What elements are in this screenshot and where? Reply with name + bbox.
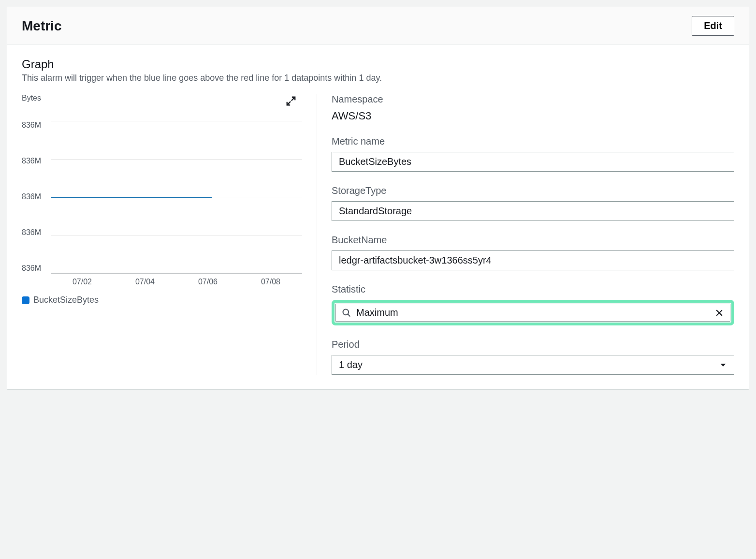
panel-body: Graph This alarm will trigger when the b… <box>7 45 749 389</box>
edit-button[interactable]: Edit <box>692 16 734 36</box>
statistic-combobox[interactable] <box>335 304 730 322</box>
graph-description: This alarm will trigger when the blue li… <box>22 73 734 83</box>
x-axis-ticks: 07/02 07/04 07/06 07/08 <box>51 278 302 286</box>
chevron-down-icon <box>719 361 727 369</box>
series-line <box>51 197 212 198</box>
plot-area <box>51 121 302 273</box>
metric-chart: 836M 836M 836M 836M 836M <box>22 107 302 286</box>
legend-swatch <box>22 296 29 304</box>
y-tick: 836M <box>22 121 48 130</box>
period-value: 1 day <box>339 359 363 370</box>
details-column: Namespace AWS/S3 Metric name BucketSizeB… <box>317 94 734 375</box>
storage-type-input[interactable]: StandardStorage <box>332 201 734 221</box>
period-select[interactable]: 1 day <box>332 355 734 375</box>
metric-name-input[interactable]: BucketSizeBytes <box>332 152 734 172</box>
namespace-label: Namespace <box>332 94 734 105</box>
chart-y-axis-label: Bytes <box>22 94 41 103</box>
clear-icon[interactable] <box>714 308 724 318</box>
y-tick: 836M <box>22 157 48 165</box>
namespace-value: AWS/S3 <box>332 110 734 122</box>
chart-legend: BucketSizeBytes <box>22 295 302 305</box>
panel-header: Metric Edit <box>7 7 749 45</box>
statistic-highlight <box>332 300 734 325</box>
y-tick: 836M <box>22 228 48 237</box>
statistic-label: Statistic <box>332 284 734 295</box>
storage-type-label: StorageType <box>332 185 734 196</box>
graph-column: Bytes 836M 836M 836M 836M <box>22 94 317 375</box>
x-tick: 07/02 <box>73 278 92 286</box>
expand-icon[interactable] <box>286 96 296 106</box>
statistic-input[interactable] <box>356 307 710 318</box>
metric-panel: Metric Edit Graph This alarm will trigge… <box>7 7 749 390</box>
bucket-name-input[interactable]: ledgr-artifactsbucket-3w1366ss5yr4 <box>332 250 734 270</box>
y-axis-ticks: 836M 836M 836M 836M 836M <box>22 121 48 273</box>
bucket-name-label: BucketName <box>332 235 734 246</box>
x-tick: 07/08 <box>261 278 280 286</box>
search-icon <box>342 308 351 318</box>
svg-point-0 <box>343 309 349 315</box>
legend-label: BucketSizeBytes <box>33 295 99 305</box>
graph-title: Graph <box>22 58 734 71</box>
y-tick: 836M <box>22 192 48 201</box>
metric-name-label: Metric name <box>332 136 734 147</box>
panel-title: Metric <box>22 18 61 34</box>
x-tick: 07/06 <box>198 278 218 286</box>
period-label: Period <box>332 339 734 350</box>
x-tick: 07/04 <box>135 278 155 286</box>
y-tick: 836M <box>22 264 48 273</box>
